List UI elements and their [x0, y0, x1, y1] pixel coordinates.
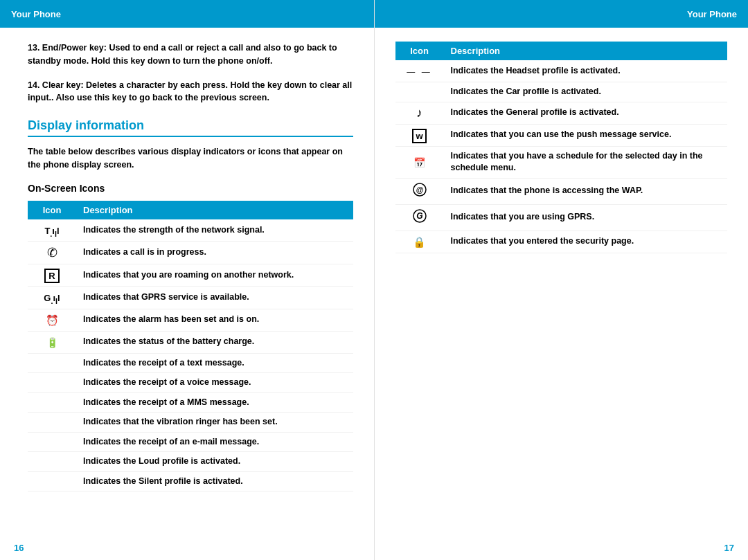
row-desc: Indicates the Headset profile is activat…	[444, 60, 728, 82]
icon-silent	[28, 471, 76, 491]
left-header: Your Phone	[0, 0, 374, 28]
icon-battery: 🔋	[28, 331, 76, 353]
item-13-label: 13. End/Power key: Used to end a call or…	[28, 43, 337, 66]
numbered-item-14: 14. Clear key: Deletes a character by ea…	[28, 79, 353, 105]
table-row: 🔋 Indicates the status of the battery ch…	[28, 331, 353, 353]
wap-icon-svg: @	[412, 182, 427, 197]
table-row: — — Indicates the Headset profile is act…	[395, 60, 728, 82]
icon-alarm: ⏰	[28, 309, 76, 331]
icon-wap: @	[395, 178, 444, 204]
icon-mms-msg	[28, 392, 76, 413]
table-row: 📅 Indicates that you have a schedule for…	[395, 146, 728, 178]
icon-roam: R	[28, 264, 76, 287]
page-left: Your Phone 13. End/Power key: Used to en…	[0, 0, 374, 560]
left-icon-table: Icon Description T.ıll Indicates the str…	[28, 201, 353, 492]
table-row: Indicates the Car profile is activated.	[395, 82, 728, 102]
item-14-label: 14. Clear key: Deletes a character by ea…	[28, 80, 352, 103]
icon-voice-msg	[28, 373, 76, 393]
table-row: G.ıll Indicates that GPRS service is ava…	[28, 287, 353, 309]
page-wrapper: Your Phone 13. End/Power key: Used to en…	[0, 0, 748, 560]
row-desc: Indicates that you entered the security …	[444, 231, 728, 253]
row-desc: Indicates a call is in progress.	[76, 242, 353, 264]
gprs-icon-svg: G	[412, 208, 427, 224]
row-desc: Indicates that you are using GPRS.	[444, 204, 728, 231]
icon-general: ♪	[395, 102, 444, 124]
row-desc: Indicates the status of the battery char…	[76, 331, 353, 353]
table-row: Indicates the receipt of an e-mail messa…	[28, 432, 353, 452]
section-title: Display information	[28, 118, 353, 137]
icon-car	[395, 82, 444, 102]
row-desc: Indicates that GPRS service is available…	[76, 287, 353, 309]
icon-call: ✆	[28, 242, 76, 264]
icon-gprs: G.ıll	[28, 287, 76, 309]
table-row: Indicates the receipt of a MMS message.	[28, 392, 353, 413]
row-desc: Indicates the General profile is activat…	[444, 102, 728, 124]
left-table-col1: Icon	[28, 201, 76, 219]
icon-email	[28, 432, 76, 452]
row-desc: Indicates that you have a schedule for t…	[444, 146, 728, 178]
icon-vibration	[28, 413, 76, 433]
right-table-col1: Icon	[395, 42, 444, 60]
row-desc: Indicates the receipt of a MMS message.	[76, 392, 353, 413]
table-row: ⏰ Indicates the alarm has been set and i…	[28, 309, 353, 331]
row-desc: Indicates the Silent profile is activate…	[76, 471, 353, 491]
icon-security: 🔒	[395, 231, 444, 253]
row-desc: Indicates the Loud profile is activated.	[76, 452, 353, 472]
left-table-col2: Description	[76, 201, 353, 219]
table-row: ♪ Indicates the General profile is activ…	[395, 102, 728, 124]
icon-schedule: 📅	[395, 146, 444, 178]
sub-section-title: On-Screen Icons	[28, 183, 353, 194]
numbered-item-13: 13. End/Power key: Used to end a call or…	[28, 42, 353, 68]
table-row: Indicates the Silent profile is activate…	[28, 471, 353, 491]
icon-loud	[28, 452, 76, 472]
table-row: ✆ Indicates a call is in progress.	[28, 242, 353, 264]
table-row: 🔒 Indicates that you entered the securit…	[395, 231, 728, 253]
intro-text: The table below describes various displa…	[28, 145, 353, 172]
table-row: w Indicates that you can use the push me…	[395, 124, 728, 146]
right-header: Your Phone	[375, 0, 749, 28]
table-row: G Indicates that you are using GPRS.	[395, 204, 728, 231]
left-content: 13. End/Power key: Used to end a call or…	[0, 28, 374, 519]
table-row: Indicates that the vibration ringer has …	[28, 413, 353, 433]
row-desc: Indicates that the phone is accessing th…	[444, 178, 728, 204]
row-desc: Indicates the Car profile is activated.	[444, 82, 728, 102]
icon-signal: T.ıll	[28, 219, 76, 242]
page-right: Your Phone Icon Description — — Indicate…	[375, 0, 749, 560]
row-desc: Indicates that you can use the push mess…	[444, 124, 728, 146]
right-icon-table: Icon Description — — Indicates the Heads…	[395, 42, 728, 253]
left-header-text: Your Phone	[11, 9, 61, 19]
row-desc: Indicates that the vibration ringer has …	[76, 413, 353, 433]
table-row: Indicates the receipt of a voice message…	[28, 373, 353, 393]
row-desc: Indicates the receipt of a voice message…	[76, 373, 353, 393]
svg-text:G: G	[416, 211, 422, 221]
table-row: R Indicates that you are roaming on anot…	[28, 264, 353, 287]
svg-text:@: @	[416, 186, 423, 194]
right-content: Icon Description — — Indicates the Heads…	[375, 28, 749, 281]
table-row: Indicates the receipt of a text message.	[28, 353, 353, 373]
right-table-col2: Description	[444, 42, 728, 60]
left-page-number: 16	[14, 543, 24, 553]
icon-push: w	[395, 124, 444, 146]
row-desc: Indicates that you are roaming on anothe…	[76, 264, 353, 287]
row-desc: Indicates the receipt of an e-mail messa…	[76, 432, 353, 452]
icon-gprs-using: G	[395, 204, 444, 231]
right-page-number: 17	[724, 543, 734, 553]
icon-text-msg	[28, 353, 76, 373]
table-row: T.ıll Indicates the strength of the netw…	[28, 219, 353, 242]
row-desc: Indicates the alarm has been set and is …	[76, 309, 353, 331]
intro-text-content: The table below describes various displa…	[28, 147, 343, 170]
right-header-text: Your Phone	[687, 9, 737, 19]
row-desc: Indicates the strength of the network si…	[76, 219, 353, 242]
icon-headset: — —	[395, 60, 444, 82]
table-row: Indicates the Loud profile is activated.	[28, 452, 353, 472]
table-row: @ Indicates that the phone is accessing …	[395, 178, 728, 204]
row-desc: Indicates the receipt of a text message.	[76, 353, 353, 373]
